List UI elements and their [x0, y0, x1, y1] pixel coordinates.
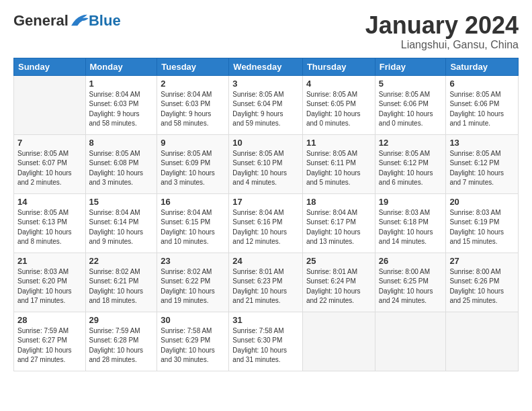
day-number: 25 [306, 256, 371, 266]
day-number: 6 [449, 79, 515, 89]
header-thursday: Thursday [302, 58, 375, 75]
calendar: Sunday Monday Tuesday Wednesday Thursday… [13, 58, 519, 371]
page: General Blue January 2024 Liangshui, Gan… [0, 0, 532, 378]
day-info: Sunrise: 8:04 AM Sunset: 6:15 PM Dayligh… [161, 208, 225, 247]
day-info: Sunrise: 8:01 AM Sunset: 6:23 PM Dayligh… [232, 267, 299, 306]
calendar-cell: 27Sunrise: 8:00 AM Sunset: 6:26 PM Dayli… [446, 253, 519, 312]
calendar-cell: 13Sunrise: 8:05 AM Sunset: 6:12 PM Dayli… [446, 134, 519, 193]
calendar-cell: 23Sunrise: 8:02 AM Sunset: 6:22 PM Dayli… [157, 253, 229, 312]
day-number: 18 [306, 197, 371, 207]
day-number: 2 [161, 79, 225, 89]
day-info: Sunrise: 7:59 AM Sunset: 6:27 PM Dayligh… [17, 326, 82, 365]
day-info: Sunrise: 7:58 AM Sunset: 6:29 PM Dayligh… [161, 326, 225, 365]
calendar-cell: 29Sunrise: 7:59 AM Sunset: 6:28 PM Dayli… [85, 312, 157, 371]
day-info: Sunrise: 8:05 AM Sunset: 6:10 PM Dayligh… [232, 149, 299, 188]
logo-general: General [13, 12, 69, 30]
calendar-cell: 26Sunrise: 8:00 AM Sunset: 6:25 PM Dayli… [375, 253, 446, 312]
day-number: 21 [17, 256, 82, 266]
day-number: 29 [89, 315, 154, 325]
day-info: Sunrise: 8:00 AM Sunset: 6:26 PM Dayligh… [449, 267, 515, 306]
calendar-week-1: 7Sunrise: 8:05 AM Sunset: 6:07 PM Daylig… [14, 134, 519, 193]
calendar-cell: 7Sunrise: 8:05 AM Sunset: 6:07 PM Daylig… [14, 134, 86, 193]
day-number: 24 [232, 256, 299, 266]
day-number: 26 [379, 256, 443, 266]
header-saturday: Saturday [446, 58, 519, 75]
calendar-cell: 24Sunrise: 8:01 AM Sunset: 6:23 PM Dayli… [229, 253, 303, 312]
subtitle: Liangshui, Gansu, China [365, 39, 519, 51]
calendar-cell: 6Sunrise: 8:05 AM Sunset: 6:06 PM Daylig… [446, 75, 519, 134]
calendar-cell: 8Sunrise: 8:05 AM Sunset: 6:08 PM Daylig… [85, 134, 157, 193]
calendar-cell: 4Sunrise: 8:05 AM Sunset: 6:05 PM Daylig… [302, 75, 375, 134]
calendar-cell: 18Sunrise: 8:04 AM Sunset: 6:17 PM Dayli… [302, 193, 375, 253]
day-number: 4 [306, 79, 371, 89]
calendar-cell: 28Sunrise: 7:59 AM Sunset: 6:27 PM Dayli… [14, 312, 86, 371]
day-info: Sunrise: 8:05 AM Sunset: 6:13 PM Dayligh… [17, 208, 82, 247]
calendar-week-4: 28Sunrise: 7:59 AM Sunset: 6:27 PM Dayli… [14, 312, 519, 371]
calendar-cell [446, 312, 519, 371]
day-number: 27 [449, 256, 515, 266]
header-tuesday: Tuesday [157, 58, 229, 75]
calendar-cell [302, 312, 375, 371]
day-number: 31 [232, 315, 299, 325]
day-info: Sunrise: 8:05 AM Sunset: 6:11 PM Dayligh… [306, 149, 371, 188]
day-info: Sunrise: 8:01 AM Sunset: 6:24 PM Dayligh… [306, 267, 371, 306]
day-info: Sunrise: 7:59 AM Sunset: 6:28 PM Dayligh… [89, 326, 154, 365]
day-number: 23 [161, 256, 225, 266]
day-info: Sunrise: 8:03 AM Sunset: 6:19 PM Dayligh… [449, 208, 515, 247]
calendar-cell: 2Sunrise: 8:04 AM Sunset: 6:03 PM Daylig… [157, 75, 229, 134]
calendar-cell: 14Sunrise: 8:05 AM Sunset: 6:13 PM Dayli… [14, 193, 86, 253]
day-info: Sunrise: 8:05 AM Sunset: 6:09 PM Dayligh… [161, 149, 225, 188]
day-info: Sunrise: 8:05 AM Sunset: 6:12 PM Dayligh… [449, 149, 515, 188]
day-number: 9 [161, 138, 225, 148]
calendar-cell: 30Sunrise: 7:58 AM Sunset: 6:29 PM Dayli… [157, 312, 229, 371]
calendar-week-0: 1Sunrise: 8:04 AM Sunset: 6:03 PM Daylig… [14, 75, 519, 134]
day-info: Sunrise: 8:04 AM Sunset: 6:16 PM Dayligh… [232, 208, 299, 247]
day-info: Sunrise: 8:05 AM Sunset: 6:06 PM Dayligh… [379, 90, 443, 129]
logo-bird-icon [70, 13, 89, 28]
day-number: 17 [232, 197, 299, 207]
calendar-cell [375, 312, 446, 371]
calendar-cell: 10Sunrise: 8:05 AM Sunset: 6:10 PM Dayli… [229, 134, 303, 193]
day-number: 20 [449, 197, 515, 207]
calendar-cell: 5Sunrise: 8:05 AM Sunset: 6:06 PM Daylig… [375, 75, 446, 134]
day-info: Sunrise: 8:04 AM Sunset: 6:14 PM Dayligh… [89, 208, 154, 247]
calendar-cell: 16Sunrise: 8:04 AM Sunset: 6:15 PM Dayli… [157, 193, 229, 253]
day-info: Sunrise: 8:02 AM Sunset: 6:22 PM Dayligh… [161, 267, 225, 306]
calendar-cell: 15Sunrise: 8:04 AM Sunset: 6:14 PM Dayli… [85, 193, 157, 253]
calendar-week-3: 21Sunrise: 8:03 AM Sunset: 6:20 PM Dayli… [14, 253, 519, 312]
calendar-week-2: 14Sunrise: 8:05 AM Sunset: 6:13 PM Dayli… [14, 193, 519, 253]
day-number: 7 [17, 138, 82, 148]
day-number: 5 [379, 79, 443, 89]
day-info: Sunrise: 8:04 AM Sunset: 6:03 PM Dayligh… [89, 90, 154, 129]
title-section: January 2024 Liangshui, Gansu, China [365, 12, 519, 51]
calendar-cell: 1Sunrise: 8:04 AM Sunset: 6:03 PM Daylig… [85, 75, 157, 134]
calendar-cell [14, 75, 86, 134]
header-monday: Monday [85, 58, 157, 75]
day-info: Sunrise: 8:02 AM Sunset: 6:21 PM Dayligh… [89, 267, 154, 306]
calendar-cell: 17Sunrise: 8:04 AM Sunset: 6:16 PM Dayli… [229, 193, 303, 253]
day-info: Sunrise: 8:04 AM Sunset: 6:03 PM Dayligh… [161, 90, 225, 129]
day-number: 10 [232, 138, 299, 148]
day-number: 1 [89, 79, 154, 89]
calendar-cell: 20Sunrise: 8:03 AM Sunset: 6:19 PM Dayli… [446, 193, 519, 253]
day-info: Sunrise: 8:05 AM Sunset: 6:08 PM Dayligh… [89, 149, 154, 188]
day-number: 22 [89, 256, 154, 266]
day-number: 14 [17, 197, 82, 207]
calendar-cell: 22Sunrise: 8:02 AM Sunset: 6:21 PM Dayli… [85, 253, 157, 312]
day-number: 11 [306, 138, 371, 148]
day-number: 3 [232, 79, 299, 89]
logo: General Blue [13, 12, 121, 30]
day-info: Sunrise: 8:03 AM Sunset: 6:20 PM Dayligh… [17, 267, 82, 306]
day-info: Sunrise: 8:05 AM Sunset: 6:06 PM Dayligh… [449, 90, 515, 129]
calendar-cell: 25Sunrise: 8:01 AM Sunset: 6:24 PM Dayli… [302, 253, 375, 312]
logo-blue: Blue [89, 12, 121, 30]
calendar-cell: 11Sunrise: 8:05 AM Sunset: 6:11 PM Dayli… [302, 134, 375, 193]
day-info: Sunrise: 8:00 AM Sunset: 6:25 PM Dayligh… [379, 267, 443, 306]
day-info: Sunrise: 8:05 AM Sunset: 6:04 PM Dayligh… [232, 90, 299, 129]
day-number: 8 [89, 138, 154, 148]
header-sunday: Sunday [14, 58, 86, 75]
day-info: Sunrise: 8:05 AM Sunset: 6:07 PM Dayligh… [17, 149, 82, 188]
day-number: 13 [449, 138, 515, 148]
calendar-cell: 31Sunrise: 7:58 AM Sunset: 6:30 PM Dayli… [229, 312, 303, 371]
calendar-header-row: Sunday Monday Tuesday Wednesday Thursday… [14, 58, 519, 75]
